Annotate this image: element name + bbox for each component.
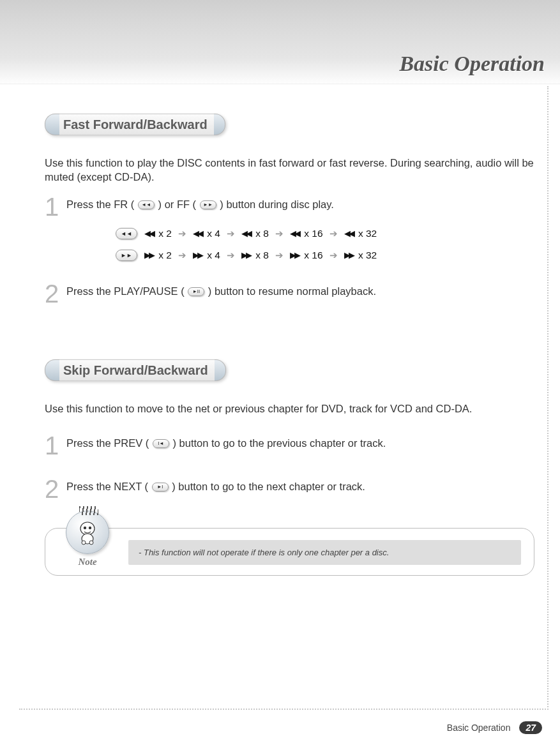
- speed-value: x 2: [158, 250, 172, 261]
- arrow-icon: ➔: [178, 228, 186, 239]
- speed-step: ◀◀ x 8: [241, 228, 269, 239]
- note-mascot-icon: [66, 511, 109, 554]
- forward-speed-sequence: ►► ▶▶ x 2 ➔ ▶▶ x 4 ➔ ▶▶ x 8 ➔ ▶▶ x 16 ➔ …: [115, 250, 534, 261]
- speed-value: x 8: [255, 250, 269, 261]
- speed-step: ◀◀ x 2: [144, 228, 172, 239]
- step-text: Press the PREV ( I◄ ) button to go to th…: [66, 435, 386, 451]
- forward-tri-icon: ▶▶: [344, 250, 353, 260]
- rewind-tri-icon: ◀◀: [344, 229, 353, 238]
- step-text-fragment: ) button during disc play.: [220, 199, 334, 210]
- arrow-icon: ➔: [329, 228, 338, 239]
- speed-step: ▶▶ x 4: [193, 250, 220, 261]
- note-text: - This function will not operate if ther…: [128, 540, 521, 565]
- section-heading-skip: Skip Forward/Backward: [45, 359, 226, 381]
- arrow-icon: ➔: [275, 228, 284, 239]
- forward-button-icon: ►►: [200, 200, 216, 209]
- speed-step: ◀◀ x 32: [344, 228, 377, 239]
- speed-value: x 2: [158, 228, 172, 239]
- arrow-icon: ➔: [329, 250, 338, 261]
- svg-point-4: [82, 541, 86, 544]
- note-label: Note: [66, 557, 109, 567]
- section-intro: Use this function to play the DISC conte…: [45, 156, 534, 184]
- svg-point-1: [84, 527, 86, 529]
- content-area: Fast Forward/Backward Use this function …: [0, 84, 560, 589]
- speed-value: x 8: [255, 228, 269, 239]
- step-text-fragment: ) button to go to the previous chapter o…: [172, 437, 386, 449]
- speed-step: ▶▶ x 8: [241, 250, 269, 261]
- speed-step: ◀◀ x 4: [193, 228, 220, 239]
- right-margin-rail: [547, 86, 549, 710]
- forward-button-icon: ►►: [116, 250, 137, 261]
- step-text-fragment: Press the NEXT (: [66, 481, 148, 492]
- prev-button-icon: I◄: [153, 439, 169, 448]
- arrow-icon: ➔: [178, 250, 186, 261]
- step-row: 1 Press the PREV ( I◄ ) button to go to …: [45, 435, 534, 456]
- next-button-icon: ►I: [152, 483, 169, 492]
- svg-point-2: [89, 527, 91, 529]
- step-number: 2: [45, 478, 66, 500]
- speed-value: x 4: [207, 250, 220, 261]
- section-intro: Use this function to move to the net or …: [45, 402, 534, 416]
- rewind-button-icon: ◄◄: [116, 228, 137, 239]
- step-number: 1: [45, 196, 66, 218]
- step-text: Press the FR ( ◄◄ ) or FF ( ►► ) button …: [66, 196, 334, 212]
- step-text-fragment: ) button to go to the next chapter or tr…: [172, 481, 365, 492]
- speed-value: x 4: [207, 228, 220, 239]
- rewind-button-icon: ◄◄: [138, 200, 155, 209]
- step-text-fragment: Press the PREV (: [66, 437, 149, 449]
- rewind-tri-icon: ◀◀: [144, 229, 153, 238]
- step-text-fragment: ) or FF (: [158, 199, 197, 210]
- forward-tri-icon: ▶▶: [193, 250, 202, 260]
- step-text-fragment: ) button to resume normal playback.: [208, 285, 376, 297]
- header-band: Basic Operation: [0, 0, 560, 84]
- speed-value: x 16: [304, 228, 322, 239]
- note-icon-wrap: Note: [66, 511, 109, 567]
- svg-point-5: [89, 541, 93, 544]
- step-row: 2 Press the PLAY/PAUSE ( ►II ) button to…: [45, 283, 534, 304]
- play-pause-button-icon: ►II: [188, 287, 204, 296]
- section-heading-cap: [214, 114, 225, 135]
- rewind-tri-icon: ◀◀: [290, 229, 299, 238]
- section-heading-label: Fast Forward/Backward: [59, 114, 214, 135]
- forward-tri-icon: ▶▶: [144, 250, 153, 260]
- speed-step: ◀◀ x 16: [290, 228, 323, 239]
- step-row: 1 Press the FR ( ◄◄ ) or FF ( ►► ) butto…: [45, 196, 534, 218]
- step-row: 2 Press the NEXT ( ►I ) button to go to …: [45, 478, 534, 500]
- arrow-icon: ➔: [227, 250, 235, 261]
- speed-value: x 16: [304, 250, 322, 261]
- step-text-fragment: Press the FR (: [66, 199, 134, 210]
- speed-step: ▶▶ x 32: [344, 250, 377, 261]
- section-heading-fast: Fast Forward/Backward: [45, 114, 225, 135]
- footer: Basic Operation 27: [447, 721, 542, 734]
- bottom-margin-rule: [19, 709, 549, 710]
- step-number: 2: [45, 283, 66, 304]
- speed-value: x 32: [358, 228, 377, 239]
- arrow-icon: ➔: [227, 228, 235, 239]
- speed-step: ▶▶ x 16: [290, 250, 323, 261]
- step-number: 1: [45, 435, 66, 456]
- note-box: Note - This function will not operate if…: [45, 528, 534, 576]
- step-text-fragment: Press the PLAY/PAUSE (: [66, 285, 185, 297]
- arrow-icon: ➔: [275, 250, 284, 261]
- footer-label: Basic Operation: [447, 723, 511, 733]
- rewind-tri-icon: ◀◀: [193, 229, 202, 238]
- section-heading-label: Skip Forward/Backward: [59, 359, 215, 381]
- speed-value: x 32: [358, 250, 377, 261]
- forward-tri-icon: ▶▶: [241, 250, 250, 260]
- speed-step: ▶▶ x 2: [144, 250, 172, 261]
- section-heading-cap: [215, 359, 226, 381]
- step-text: Press the NEXT ( ►I ) button to go to th…: [66, 478, 365, 494]
- rewind-speed-sequence: ◄◄ ◀◀ x 2 ➔ ◀◀ x 4 ➔ ◀◀ x 8 ➔ ◀◀ x 16 ➔ …: [115, 228, 534, 239]
- forward-tri-icon: ▶▶: [290, 250, 299, 260]
- page-title: Basic Operation: [399, 52, 545, 76]
- step-text: Press the PLAY/PAUSE ( ►II ) button to r…: [66, 283, 376, 299]
- rewind-tri-icon: ◀◀: [241, 229, 250, 238]
- page-number-badge: 27: [519, 721, 542, 734]
